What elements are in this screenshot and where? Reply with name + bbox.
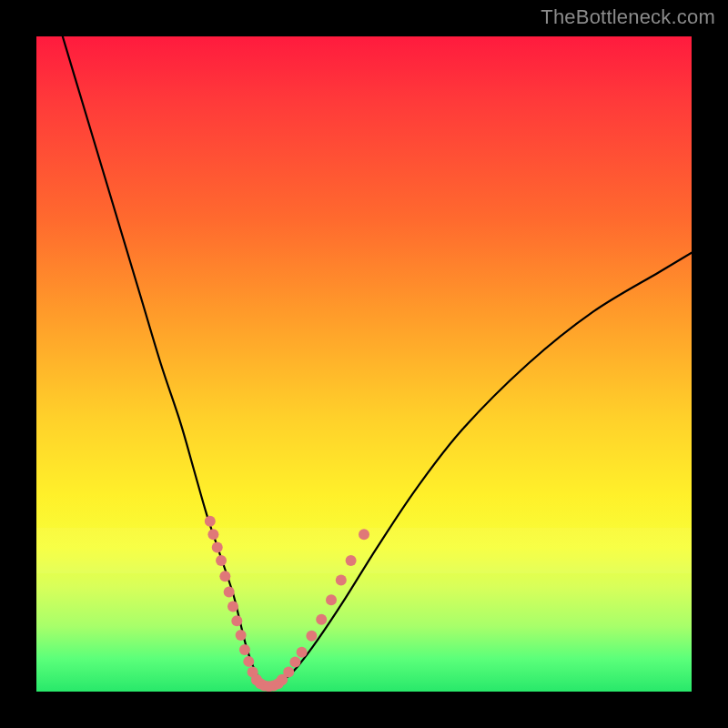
curve-dot <box>216 555 227 566</box>
curve-dot <box>359 529 369 540</box>
curve-dot <box>205 516 216 527</box>
curve-dot <box>326 594 337 605</box>
bottleneck-curve-path <box>63 36 692 686</box>
curve-svg <box>36 36 692 692</box>
curve-dot <box>316 614 327 625</box>
curve-dot <box>231 615 242 626</box>
curve-dot <box>306 631 317 642</box>
curve-dot <box>224 587 235 598</box>
chart-frame: TheBottleneck.com <box>0 0 728 728</box>
watermark-text: TheBottleneck.com <box>541 5 715 29</box>
curve-dot <box>346 555 357 566</box>
curve-dot <box>297 647 308 658</box>
curve-dot <box>277 674 288 685</box>
curve-dot <box>289 657 300 668</box>
curve-dot <box>228 601 238 612</box>
curve-dot <box>207 529 218 540</box>
curve-dot <box>219 571 230 581</box>
curve-dot <box>236 630 247 641</box>
curve-dot <box>212 542 223 553</box>
plot-area <box>36 36 692 692</box>
curve-dot <box>336 575 347 586</box>
curve-dot <box>243 656 254 667</box>
curve-dot <box>239 644 250 655</box>
